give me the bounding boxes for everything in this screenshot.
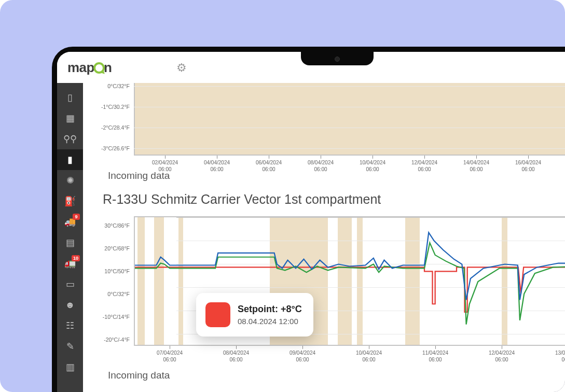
device-frame: mapn ⚙ ▯ ▦ ⚲⚲ ▮ ✺ ⛽ 🚚9 ▤ 🚛10	[52, 47, 565, 392]
nav-new[interactable]: ▥	[57, 357, 83, 377]
nav-places[interactable]: ⚲⚲	[57, 129, 83, 149]
chart2-footer: Incoming data	[108, 370, 170, 381]
user-icon: ☻	[65, 300, 75, 311]
chart1-plot[interactable]	[134, 83, 565, 156]
chart1-xtick: 16/04/2024 06:00	[508, 160, 548, 173]
chart1-ylabel: -3°C/26.6°F	[92, 145, 130, 151]
main-content: 0°C/32°F -1°C/30.2°F -2°C/28.4°F -3°C/26…	[83, 83, 565, 392]
chart2-ylabel: 30°C/86°F	[92, 222, 130, 229]
nav-alerts[interactable]: ✺	[57, 170, 83, 191]
nav-fleet-a[interactable]: 🚚9	[57, 212, 83, 232]
nav-map[interactable]: ▯	[57, 87, 83, 108]
brand-logo: mapn	[67, 60, 112, 76]
chart2-ylabel: -10°C/14°F	[92, 314, 130, 320]
chart2-xtick: 10/04/2024 06:00	[349, 350, 389, 363]
nav-devices[interactable]: ▭	[57, 274, 83, 295]
app-background: mapn ⚙ ▯ ▦ ⚲⚲ ▮ ✺ ⛽ 🚚9 ▤ 🚛10	[0, 0, 565, 392]
nav-account[interactable]: ☻	[57, 295, 83, 315]
pins-icon: ⚲⚲	[63, 133, 77, 145]
chart2-ylabel: 10°C/50°F	[92, 268, 130, 274]
chart1-ylabel: -1°C/30.2°F	[92, 104, 130, 110]
chart1-footer: Incoming data	[108, 170, 170, 181]
chart2-ylabel: 0°C/32°F	[92, 291, 130, 297]
chart2-title: R-133U Schmitz Carrier Vector 1st compar…	[103, 192, 565, 207]
tooltip-time: 08.04.2024 12:00	[238, 317, 302, 326]
device-notch	[301, 52, 374, 65]
chart1-ylabel: 0°C/32°F	[92, 83, 130, 89]
chart2-xtick: 07/04/2024 06:00	[149, 350, 190, 363]
device-screen: mapn ⚙ ▯ ▦ ⚲⚲ ▮ ✺ ⛽ 🚚9 ▤ 🚛10	[57, 52, 565, 392]
chart2-ylabel: 20°C/68°F	[92, 245, 130, 251]
chart2-xtick: 13/04/2024 06:00	[548, 350, 565, 363]
chart1-xtick: 12/04/2024 06:00	[404, 160, 445, 173]
chart2-xtick: 11/04/2024 06:00	[415, 350, 456, 363]
nav-fleet-b[interactable]: 🚛10	[57, 253, 83, 274]
document-icon: ▮	[67, 154, 73, 165]
new-icon: ▥	[66, 361, 75, 373]
nav-fuel[interactable]: ⛽	[57, 191, 83, 212]
settings-button[interactable]: ⚙	[176, 61, 187, 75]
chart1-ylabel: -2°C/28.4°F	[92, 124, 130, 131]
chart2-xtick: 12/04/2024 06:00	[481, 350, 522, 363]
map-icon: ▯	[67, 92, 73, 103]
chart-panel-2: 30°C/86°F 20°C/68°F 10°C/50°F 0°C/32°F -…	[92, 216, 565, 382]
fuel-icon: ⛽	[64, 195, 76, 207]
chart1-xtick: 14/04/2024 06:00	[456, 160, 497, 173]
chart1-xtick: 18/04	[560, 160, 565, 166]
chart1-xtick: 04/04/2024 06:00	[197, 160, 237, 173]
chart2-xtick: 08/04/2024 06:00	[216, 350, 256, 363]
chart1-xtick: 06/04/2024 06:00	[249, 160, 289, 173]
chart2-xtick: 09/04/2024 06:00	[282, 350, 323, 363]
dashboard-icon: ▦	[66, 113, 75, 124]
nav-tasks[interactable]: ▤	[57, 232, 83, 253]
tooltip-swatch	[205, 302, 230, 327]
gear-icon: ⚙	[176, 61, 187, 74]
nav-badge: 10	[72, 255, 80, 261]
chart1-xtick: 10/04/2024 06:00	[352, 160, 393, 173]
nav-schedule[interactable]: ☷	[57, 315, 83, 336]
edit-icon: ✎	[66, 341, 74, 352]
tooltip-title: Setpoint: +8°C	[238, 304, 302, 315]
nav-reports[interactable]: ▮	[57, 149, 83, 170]
nav-dashboard[interactable]: ▦	[57, 108, 83, 129]
nav-badge: 9	[73, 214, 80, 220]
chart-panel-1: 0°C/32°F -1°C/30.2°F -2°C/28.4°F -3°C/26…	[92, 83, 565, 179]
device-icon: ▭	[66, 278, 75, 290]
clipboard-icon: ▤	[66, 237, 75, 248]
chart-tooltip: Setpoint: +8°C 08.04.2024 12:00	[196, 293, 313, 337]
nav-edit[interactable]: ✎	[57, 336, 83, 357]
sidebar: ▯ ▦ ⚲⚲ ▮ ✺ ⛽ 🚚9 ▤ 🚛10 ▭ ☻ ☷ ✎ ▥	[57, 83, 83, 392]
chart1-xtick: 08/04/2024 06:00	[300, 160, 341, 173]
chart2-ylabel: -20°C/-4°F	[92, 337, 130, 343]
calendar-icon: ☷	[66, 320, 74, 331]
alert-icon: ✺	[66, 175, 74, 186]
